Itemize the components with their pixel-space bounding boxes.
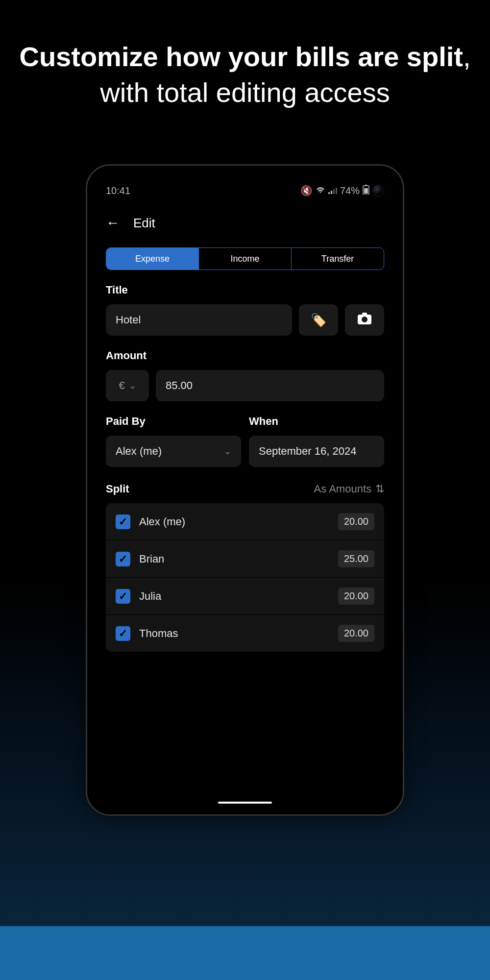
checkbox[interactable]: ✓: [116, 589, 130, 604]
battery-icon: [363, 185, 369, 197]
camera-icon: [357, 312, 372, 328]
split-label: Split: [106, 483, 129, 495]
paidby-select[interactable]: Alex (me) ⌄: [106, 436, 241, 467]
person-name: Alex (me): [139, 515, 329, 528]
split-list: ✓ Alex (me) 20.00 ✓ Brian 25.00 ✓ Julia …: [106, 503, 384, 652]
currency-select[interactable]: € ⌄: [106, 370, 149, 401]
camera-hole: [372, 185, 384, 196]
checkbox[interactable]: ✓: [116, 552, 130, 566]
split-row: ✓ Alex (me) 20.00: [106, 503, 384, 540]
when-label: When: [249, 415, 384, 428]
split-row: ✓ Julia 20.00: [106, 578, 384, 615]
phone-screen: 10:41 🔇 74% ← Edit Expense: [91, 170, 399, 810]
tab-transfer[interactable]: Transfer: [292, 248, 384, 270]
split-amount-input[interactable]: 25.00: [338, 550, 374, 567]
phone-frame: 10:41 🔇 74% ← Edit Expense: [86, 164, 404, 816]
page-title: Edit: [133, 216, 155, 231]
back-arrow-icon[interactable]: ←: [106, 215, 120, 231]
status-time: 10:41: [106, 185, 130, 196]
split-row: ✓ Thomas 20.00: [106, 615, 384, 652]
split-amount-input[interactable]: 20.00: [338, 513, 374, 530]
paidby-value: Alex (me): [116, 445, 162, 458]
paidby-label: Paid By: [106, 415, 241, 428]
tag-button[interactable]: 🏷️: [299, 304, 338, 336]
signal-icon: [328, 185, 337, 196]
person-name: Julia: [139, 590, 329, 603]
bottom-banner: [0, 926, 490, 980]
camera-button[interactable]: [345, 304, 384, 336]
sort-icon: ⇅: [375, 483, 384, 495]
mute-icon: 🔇: [300, 185, 313, 196]
split-amount-input[interactable]: 20.00: [338, 625, 374, 642]
checkbox[interactable]: ✓: [116, 626, 130, 641]
split-amount-input[interactable]: 20.00: [338, 588, 374, 605]
chevron-down-icon: ⌄: [129, 380, 136, 391]
chevron-down-icon: ⌄: [224, 446, 231, 457]
person-name: Brian: [139, 553, 329, 565]
battery-text: 74%: [340, 185, 360, 196]
home-indicator[interactable]: [218, 802, 272, 804]
checkbox[interactable]: ✓: [116, 514, 130, 529]
amount-label: Amount: [106, 349, 384, 362]
type-segmented-control: Expense Income Transfer: [106, 247, 384, 270]
when-value: September 16, 2024: [259, 445, 356, 458]
split-mode-select[interactable]: As Amounts ⇅: [314, 483, 384, 495]
tag-icon: 🏷️: [311, 313, 326, 328]
status-right: 🔇 74%: [300, 185, 384, 197]
svg-rect-2: [333, 189, 335, 194]
wifi-icon: [316, 185, 325, 196]
svg-rect-3: [336, 188, 337, 194]
tab-income[interactable]: Income: [199, 248, 292, 270]
svg-rect-1: [331, 191, 332, 194]
marketing-headline: Customize how your bills are split, with…: [0, 0, 490, 111]
svg-rect-6: [364, 188, 368, 194]
headline-bold: Customize how your bills are split: [19, 41, 463, 72]
tab-expense[interactable]: Expense: [106, 248, 199, 270]
svg-point-9: [362, 317, 368, 322]
amount-input[interactable]: 85.00: [156, 370, 384, 401]
header: ← Edit: [106, 215, 384, 231]
svg-rect-0: [328, 192, 330, 194]
title-label: Title: [106, 284, 384, 296]
date-select[interactable]: September 16, 2024: [249, 436, 384, 467]
split-row: ✓ Brian 25.00: [106, 540, 384, 578]
split-mode-value: As Amounts: [314, 483, 371, 495]
person-name: Thomas: [139, 627, 329, 640]
status-bar: 10:41 🔇 74%: [106, 182, 384, 199]
svg-rect-8: [362, 313, 367, 316]
currency-symbol: €: [119, 379, 124, 392]
title-input[interactable]: Hotel: [106, 304, 292, 336]
